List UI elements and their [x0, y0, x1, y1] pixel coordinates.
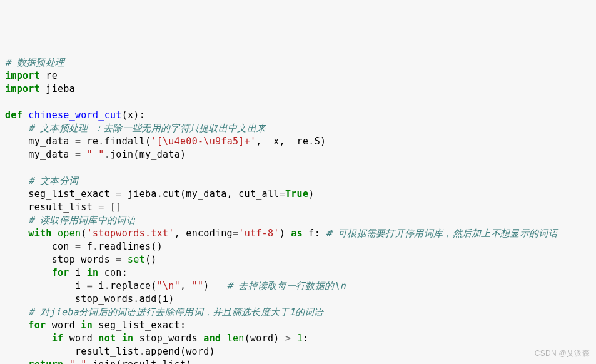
number: 1 — [297, 333, 303, 344]
keyword-in: in — [81, 320, 93, 331]
code-text: re — [81, 136, 98, 147]
code-text: ( — [81, 228, 86, 239]
code-text: ) — [308, 188, 314, 200]
code-text: word — [46, 320, 81, 331]
keyword-import: import — [5, 83, 40, 94]
keyword-not: not — [98, 333, 116, 344]
code-text — [81, 149, 86, 160]
string: " " — [87, 149, 104, 160]
code-text: stop_words — [52, 254, 116, 265]
code-text: : — [303, 333, 308, 344]
code-text: result_list — [75, 346, 139, 357]
keyword-in: in — [122, 333, 134, 344]
keyword-as: as — [291, 228, 303, 239]
code-text: stop_words — [75, 293, 133, 305]
code-text: result_list — [28, 201, 98, 213]
string: " " — [69, 359, 87, 364]
code-text: S) — [315, 136, 326, 147]
comment: # 对jieba分词后的词语进行去除停用词，并且筛选长度大于1的词语 — [28, 306, 323, 318]
code-text: my_data — [28, 136, 75, 147]
comment: # 文本分词 — [28, 175, 78, 186]
code-text: i — [75, 280, 87, 291]
comment: # 文本预处理 ：去除一些无用的字符只提取出中文出来 — [28, 123, 266, 134]
operator: = — [116, 188, 121, 200]
operator: . — [308, 136, 314, 147]
string: "" — [192, 280, 204, 291]
string: "\n" — [157, 280, 180, 291]
operator: . — [98, 136, 104, 147]
operator: = — [87, 280, 93, 291]
module: re — [40, 70, 58, 81]
code-text: , x, re — [256, 136, 308, 147]
keyword-if: if — [52, 333, 64, 344]
constant: True — [285, 188, 308, 200]
operator: . — [139, 346, 145, 357]
code-text: replace( — [110, 280, 157, 291]
builtin: set — [128, 254, 145, 265]
code-text: findall( — [104, 136, 151, 147]
code-text: readlines() — [98, 241, 163, 252]
string: 'utf-8' — [238, 228, 279, 239]
operator: . — [157, 188, 163, 200]
operator: = — [75, 136, 81, 147]
code-text — [52, 228, 58, 239]
code-text: jieba — [122, 188, 157, 200]
code-text: i — [93, 280, 104, 291]
function-name: chinese_word_cut — [28, 109, 121, 121]
code-text — [116, 333, 121, 344]
operator: . — [104, 149, 110, 160]
operator: = — [233, 228, 238, 239]
string: 'stopwords.txt' — [87, 228, 174, 239]
comment: # 读取停用词库中的词语 — [28, 215, 136, 226]
keyword-for: for — [28, 320, 46, 331]
operator: = — [98, 201, 104, 213]
comment: # 数据预处理 — [5, 57, 64, 68]
keyword-and: and — [203, 333, 221, 344]
watermark-text: CSDN @艾派森 — [535, 347, 590, 360]
operator: . — [104, 280, 110, 291]
code-text: append(word) — [145, 346, 215, 357]
code-text: join(my_data) — [110, 149, 186, 160]
operator: = — [280, 188, 285, 200]
code-text: [] — [104, 201, 122, 213]
operator: = — [75, 149, 81, 160]
code-text: ) — [203, 280, 226, 291]
operator: = — [75, 241, 81, 252]
comment: # 可根据需要打开停用词库，然后加上不想显示的词语 — [326, 228, 558, 239]
code-text: seg_list_exact — [28, 188, 116, 200]
keyword-with: with — [28, 228, 51, 239]
code-text — [291, 333, 296, 344]
operator: = — [116, 254, 121, 265]
keyword-import: import — [5, 70, 40, 81]
code-text: seg_list_exact: — [93, 320, 186, 331]
code-text: , — [180, 280, 192, 291]
code-text: con: — [98, 267, 128, 278]
operator: . — [133, 293, 139, 305]
builtin: open — [58, 228, 81, 239]
code-text — [63, 359, 69, 364]
code-text: con — [52, 241, 75, 252]
code-text: f: — [303, 228, 326, 239]
keyword-return: return — [28, 359, 63, 364]
keyword-def: def — [5, 109, 23, 121]
operator: . — [87, 359, 93, 364]
keyword-in: in — [87, 267, 99, 278]
string: '[\u4e00-\u9fa5]+' — [151, 136, 256, 147]
code-block: # 数据预处理 import re import jieba def chine… — [5, 56, 591, 364]
code-text: cut(my_data, cut_all — [163, 188, 280, 200]
keyword-for: for — [52, 267, 69, 278]
code-text: word — [63, 333, 98, 344]
code-text: ) — [280, 228, 291, 239]
code-text: my_data — [28, 149, 75, 160]
builtin: len — [227, 333, 245, 344]
code-text — [221, 333, 226, 344]
code-text: stop_words — [133, 333, 203, 344]
code-text: () — [145, 254, 157, 265]
code-text: add(i) — [139, 293, 174, 305]
operator: > — [285, 333, 291, 344]
code-text: i — [69, 267, 87, 278]
comment: # 去掉读取每一行数据的\n — [227, 280, 346, 291]
module: jieba — [40, 83, 75, 94]
code-text: , encoding — [174, 228, 233, 239]
code-text: f — [81, 241, 93, 252]
